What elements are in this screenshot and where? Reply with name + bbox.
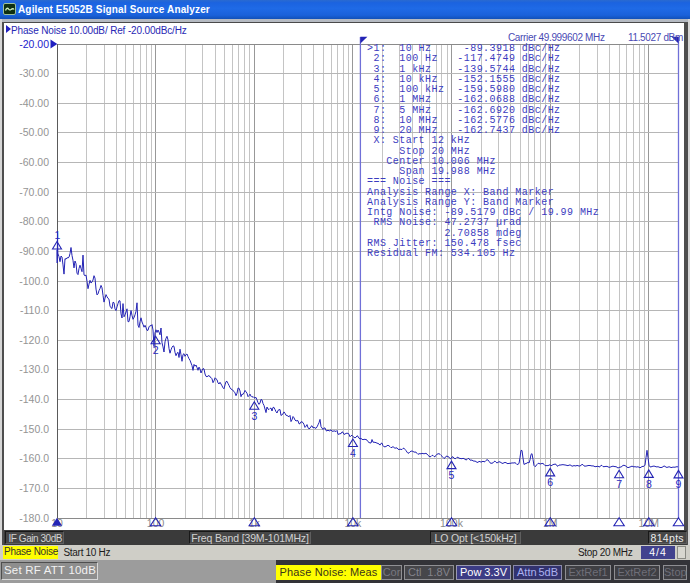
svg-text:3: 3 — [251, 410, 257, 422]
svg-text:1: 1 — [55, 229, 61, 241]
svg-text:4: 4 — [350, 447, 356, 459]
svg-text:9: 9 — [676, 478, 682, 490]
svg-text:8: 8 — [646, 478, 652, 490]
svg-text:2: 2 — [153, 344, 159, 356]
svg-text:7: 7 — [616, 478, 622, 490]
svg-text:5: 5 — [449, 469, 455, 481]
svg-text:6: 6 — [547, 476, 553, 488]
